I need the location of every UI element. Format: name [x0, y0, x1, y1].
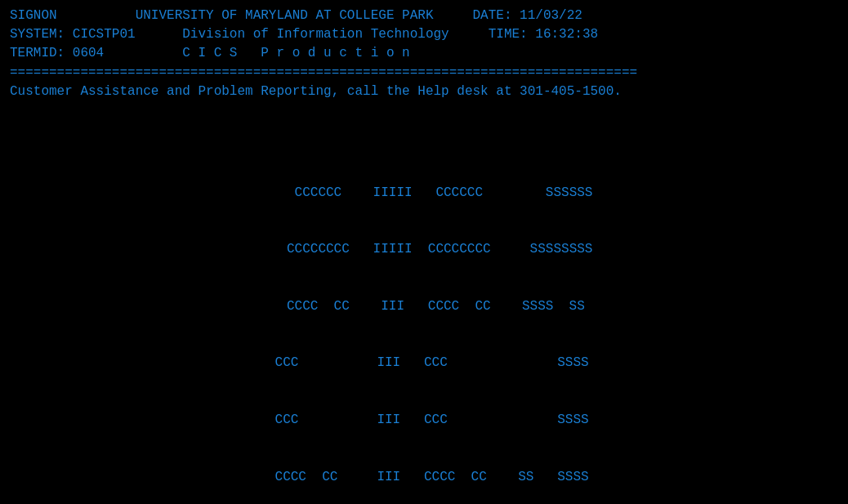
header-row-3: TERMID: 0604 C I C S P r o d u c t i o n [10, 44, 838, 63]
spacer3 [136, 27, 183, 42]
help-text: Customer Assistance and Problem Reportin… [10, 83, 838, 101]
spacer2 [433, 8, 472, 23]
ascii-line-6: CCCC CC III CCCC CC SS SSSS [10, 468, 838, 487]
system-label: SYSTEM: CICSTP01 [10, 27, 136, 42]
ascii-line-5: CCC III CCC SSSS [10, 411, 838, 430]
empty-1 [10, 101, 838, 120]
spacer4 [449, 27, 489, 42]
date-label: DATE: 11/03/22 [473, 8, 582, 23]
ascii-line-2: CCCCCCCC IIIII CCCCCCCC SSSSSSSS [10, 240, 838, 259]
termid-label: TERMID: 0604 [10, 46, 104, 60]
cics-title: C I C S P r o d u c t i o n [182, 46, 409, 60]
ascii-line-4: CCC III CCC SSSS [10, 354, 838, 372]
divider-top: ========================================… [10, 64, 838, 83]
empty-2 [10, 120, 838, 139]
ascii-line-1: CCCCCC IIIII CCCCCC SSSSSS [10, 184, 838, 203]
header-row-2: SYSTEM: CICSTP01 Division of Information… [10, 25, 838, 44]
ascii-line-3: CCCC CC III CCCC CC SSSS SS [10, 297, 838, 316]
signon-label: SIGNON [10, 8, 57, 23]
header-row-1: SIGNON UNIVERSITY OF MARYLAND AT COLLEGE… [10, 7, 838, 25]
division-text: Division of Information Technology [182, 27, 449, 42]
time-label: TIME: 16:32:38 [489, 27, 598, 42]
spacer1 [57, 8, 136, 23]
main-screen: SIGNON UNIVERSITY OF MARYLAND AT COLLEGE… [0, 0, 848, 504]
spacer5 [104, 46, 182, 60]
ascii-art: CCCCCC IIIII CCCCCC SSSSSS CCCCCCCC IIII… [10, 145, 838, 504]
university-text: UNIVERSITY OF MARYLAND AT COLLEGE PARK [136, 8, 434, 23]
